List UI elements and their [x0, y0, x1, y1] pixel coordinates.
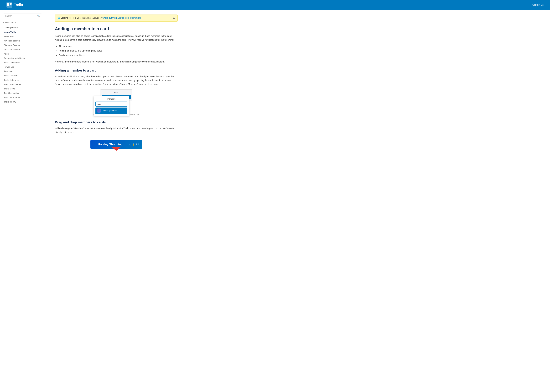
chevron-right-icon: ›: [16, 31, 17, 33]
sidebar-item-trello-views[interactable]: Trello Views: [3, 87, 42, 91]
section1-paragraph: To add an individual to a card, click th…: [55, 75, 178, 86]
search-box[interactable]: 🔍: [3, 14, 42, 18]
red-arrow-icon: [111, 147, 121, 151]
sidebar-item-apps[interactable]: Apps: [3, 52, 42, 56]
section2-title: Drag and drop members to cards: [55, 120, 178, 124]
logo-text: Trello: [14, 3, 23, 7]
sidebar-item-trello-premium[interactable]: Trello Premium: [3, 73, 42, 78]
sidebar-item-trello-enterprise[interactable]: Trello Enterprise: [3, 78, 42, 82]
screenshot2-container: Holiday Shopping ☆ 🔒 Pri: [55, 138, 178, 152]
svg-rect-2: [10, 3, 12, 5]
sidebar-item-power-ups[interactable]: Power-Ups: [3, 65, 42, 69]
banner-link[interactable]: Check out this page for more information…: [102, 17, 141, 19]
holiday-card-title: Holiday Shopping: [94, 143, 127, 146]
members-modal-title: Members: [107, 98, 115, 100]
sidebar-item-atlassian-account[interactable]: Atlassian account: [3, 47, 42, 52]
card-icons: ☆ 🔒 Pri: [129, 143, 139, 146]
private-label: Pri: [136, 143, 139, 146]
svg-marker-3: [111, 147, 121, 151]
bullet-item: Card moves and archives: [59, 53, 178, 57]
globe-emoji: 🌐: [58, 17, 60, 19]
lock-icon: 🔒: [132, 143, 135, 146]
language-banner: 🌐 Looking for Help Docs in another langu…: [55, 14, 178, 22]
print-icon[interactable]: 🖶: [172, 17, 175, 20]
trello-logo-icon: [7, 2, 12, 8]
svg-rect-1: [7, 3, 9, 6]
intro-paragraph: Board members can also be added to indiv…: [55, 34, 178, 42]
bullet-item: All comments: [59, 44, 178, 48]
page-layout: 🔍 CATEGORIES Getting startedUsing Trello…: [0, 10, 550, 392]
sidebar-item-trello-for-ios[interactable]: Trello for iOS: [3, 100, 42, 104]
member-result-item[interactable]: Jason (jason87): [95, 107, 127, 114]
bullet-item: Adding, changing, and upcoming due dates: [59, 49, 178, 53]
header: Trello Contact Us: [0, 0, 550, 10]
nav-list: Getting startedUsing Trello ›About Trell…: [3, 26, 42, 104]
star-icon: ☆: [129, 143, 131, 146]
categories-label: CATEGORIES: [3, 22, 42, 24]
search-icon: 🔍: [37, 15, 40, 17]
banner-main-text: Looking for Help Docs in another languag…: [61, 17, 102, 19]
members-modal: Members ✕ Jason (jason87): [94, 96, 129, 116]
main-content: 🌐 Looking for Help Docs in another langu…: [45, 10, 184, 392]
sidebar-item-troubleshooting[interactable]: Troubleshooting: [3, 91, 42, 95]
note-paragraph: Note that if card members choose to not …: [55, 60, 178, 64]
add-label-popup: Add: [102, 91, 131, 94]
sidebar-item-using-trello[interactable]: Using Trello ›: [3, 30, 42, 34]
sidebar-item-atlassian-access[interactable]: Atlassian Access: [3, 43, 42, 47]
notifications-list: All commentsAdding, changing, and upcomi…: [59, 44, 178, 57]
search-input[interactable]: [5, 15, 37, 17]
sidebar-item-getting-started[interactable]: Getting started: [3, 26, 42, 30]
sidebar: 🔍 CATEGORIES Getting startedUsing Trello…: [0, 10, 45, 392]
section2-paragraph: While viewing the "Members" area in the …: [55, 126, 178, 134]
sidebar-item-my-trello-account[interactable]: My Trello account: [3, 39, 42, 43]
sidebar-item-trello-workspaces[interactable]: Trello Workspaces: [3, 82, 42, 87]
sidebar-item-templates[interactable]: Templates: [3, 69, 42, 73]
article-page-title: Adding a member to a card: [55, 26, 178, 32]
sidebar-item-automation-with-butler[interactable]: Automation with Butler: [3, 56, 42, 60]
sidebar-item-trello-dashcards[interactable]: Trello Dashcards: [3, 60, 42, 65]
logo-area: Trello: [7, 2, 23, 8]
sidebar-item-about-trello[interactable]: About Trello: [3, 34, 42, 39]
section1-title: Adding a member to a card: [55, 68, 178, 72]
member-avatar: [97, 108, 101, 113]
screenshot1-container: Add 👤 Members Members: [55, 90, 178, 116]
sidebar-item-trello-for-android[interactable]: Trello for Android: [3, 95, 42, 100]
members-search-input[interactable]: [95, 102, 127, 106]
article-body: Adding a member to a card Board members …: [55, 26, 178, 152]
banner-text: 🌐 Looking for Help Docs in another langu…: [58, 17, 141, 19]
modal-close-icon[interactable]: ✕: [115, 98, 127, 100]
member-name: Jason (jason87): [103, 109, 118, 112]
contact-us-link[interactable]: Contact Us: [532, 4, 543, 6]
